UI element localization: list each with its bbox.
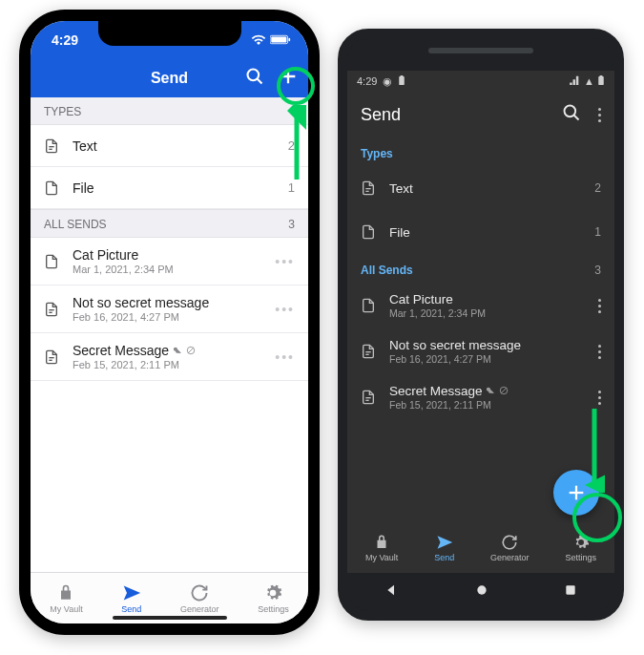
tab-vault[interactable]: My Vault — [50, 583, 82, 614]
svg-rect-1 — [271, 37, 286, 43]
svg-point-19 — [565, 105, 576, 116]
svg-rect-17 — [598, 75, 604, 84]
send-title: Not so secret message — [73, 295, 209, 310]
svg-line-20 — [574, 115, 579, 119]
tab-vault[interactable]: My Vault — [365, 534, 398, 562]
more-icon[interactable]: ••• — [275, 349, 295, 365]
send-title: Cat Picture — [73, 247, 174, 263]
section-count: 3 — [288, 218, 295, 231]
more-icon[interactable] — [598, 299, 601, 313]
android-tabbar: My Vault Send Generator Settings — [347, 523, 614, 573]
file-icon — [361, 224, 378, 240]
tab-label: My Vault — [365, 553, 398, 562]
disabled-icon — [186, 346, 196, 357]
section-label: Types — [361, 147, 393, 160]
ios-page-title: Send — [151, 70, 188, 87]
more-icon[interactable] — [598, 345, 601, 359]
android-section-types: Types — [347, 137, 614, 166]
row-label: Text — [73, 138, 97, 154]
more-icon[interactable] — [598, 391, 601, 405]
more-icon[interactable]: ••• — [275, 254, 295, 269]
tab-generator[interactable]: Generator — [490, 534, 530, 562]
ios-section-allsends: ALL SENDS 3 — [31, 209, 308, 238]
tab-label: Send — [121, 604, 141, 614]
row-label: File — [389, 225, 410, 240]
file-icon — [361, 298, 378, 313]
svg-rect-32 — [566, 585, 574, 594]
ios-clock: 4:29 — [52, 32, 78, 48]
tab-label: Generator — [490, 553, 530, 562]
tab-send[interactable]: Send — [434, 534, 454, 562]
section-label: ALL SENDS — [44, 218, 107, 231]
send-timestamp: Feb 16, 2021, 4:27 PM — [73, 311, 209, 323]
tab-label: Settings — [258, 604, 289, 614]
tab-generator[interactable]: Generator — [180, 583, 219, 614]
row-count: 2 — [594, 181, 601, 195]
android-type-text-row[interactable]: Text 2 — [347, 166, 614, 210]
android-screen: 4:29 ◉ ▲ Send — [347, 71, 614, 573]
svg-rect-15 — [400, 75, 405, 84]
text-icon — [44, 302, 61, 317]
text-icon — [44, 349, 61, 365]
ios-send-row[interactable]: Secret Message Feb 15, 2021, 2:11 PM ••• — [31, 333, 308, 381]
ios-send-row[interactable]: Not so secret message Feb 16, 2021, 4:27… — [31, 285, 308, 333]
android-send-row[interactable]: Not so secret message Feb 16, 2021, 4:27… — [347, 328, 614, 374]
android-type-file-row[interactable]: File 1 — [347, 210, 614, 254]
add-button[interactable] — [278, 66, 299, 91]
android-frame: 4:29 ◉ ▲ Send — [338, 29, 624, 621]
ios-navbar: Send — [31, 59, 308, 97]
send-title: Secret Message — [389, 384, 509, 398]
tab-settings[interactable]: Settings — [258, 583, 289, 614]
send-timestamp: Feb 15, 2021, 2:11 PM — [73, 359, 196, 370]
ios-type-text-row[interactable]: Text 2 — [31, 125, 308, 167]
svg-rect-18 — [600, 75, 603, 76]
search-icon[interactable] — [245, 67, 264, 90]
android-appbar: Send — [347, 92, 614, 137]
key-icon — [173, 346, 182, 357]
row-label: Text — [389, 181, 413, 196]
status-dnd-icon: ◉ — [383, 75, 392, 88]
search-icon[interactable] — [562, 103, 581, 127]
home-indicator — [113, 616, 227, 620]
svg-line-4 — [258, 79, 262, 84]
text-icon — [361, 344, 378, 359]
text-icon — [44, 138, 61, 154]
tab-settings[interactable]: Settings — [566, 534, 597, 562]
nav-home-icon[interactable] — [475, 583, 488, 601]
android-send-row[interactable]: Cat Picture Mar 1, 2021, 2:34 PM — [347, 283, 614, 328]
ios-send-row[interactable]: Cat Picture Mar 1, 2021, 2:34 PM ••• — [31, 238, 308, 285]
text-icon — [361, 180, 378, 196]
add-button[interactable] — [553, 470, 599, 516]
status-battery-icon — [398, 75, 405, 88]
ios-section-types: TYPES — [31, 97, 308, 125]
send-timestamp: Feb 16, 2021, 4:27 PM — [389, 353, 521, 365]
row-count: 1 — [594, 225, 601, 239]
tab-send[interactable]: Send — [121, 583, 141, 614]
svg-point-31 — [477, 585, 486, 594]
row-count: 2 — [288, 138, 295, 153]
nav-recents-icon[interactable] — [564, 583, 577, 601]
iphone-frame: 4:29 Send TYPES Text — [19, 10, 320, 635]
iphone-notch — [98, 21, 241, 46]
cell-icon: ▲ — [584, 75, 594, 87]
signal-icon — [570, 75, 581, 87]
tab-label: Settings — [566, 553, 597, 562]
section-count: 3 — [594, 264, 601, 277]
android-system-nav — [347, 573, 614, 611]
nav-back-icon[interactable] — [384, 582, 400, 602]
battery-icon — [597, 75, 605, 88]
row-count: 1 — [288, 180, 295, 195]
overflow-menu-icon[interactable] — [598, 108, 601, 122]
android-speaker — [428, 48, 533, 53]
ios-type-file-row[interactable]: File 1 — [31, 167, 308, 209]
disabled-icon — [499, 384, 509, 398]
android-clock: 4:29 — [357, 75, 377, 87]
svg-rect-2 — [288, 38, 290, 41]
row-label: File — [73, 180, 94, 196]
more-icon[interactable]: ••• — [275, 302, 295, 317]
tab-label: Generator — [180, 604, 219, 614]
wifi-icon — [251, 32, 266, 48]
android-send-row[interactable]: Secret Message Feb 15, 2021, 2:11 PM — [347, 374, 614, 420]
text-icon — [361, 390, 378, 405]
section-label: TYPES — [44, 105, 81, 118]
